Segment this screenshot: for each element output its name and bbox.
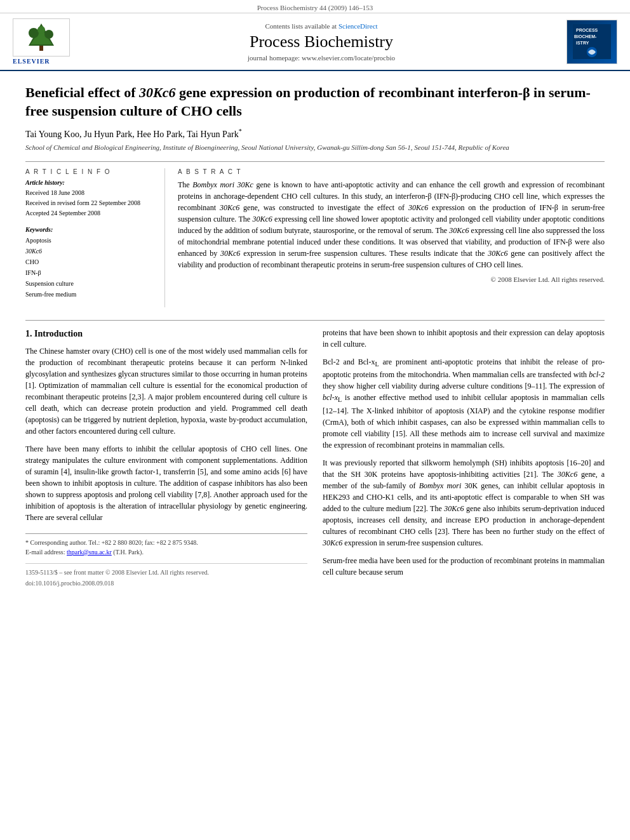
journal-logo-right: PROCESS BIOCHEM- ISTRY xyxy=(554,20,617,64)
elsevier-logo-area: ELSEVIER xyxy=(13,18,89,65)
email-link[interactable]: thpark@snu.ac.kr xyxy=(67,549,112,556)
body-para-r4: Serum-free media have been used for the … xyxy=(323,555,605,578)
journal-header-center: Contents lists available at ScienceDirec… xyxy=(89,22,554,62)
svg-text:BIOCHEM-: BIOCHEM- xyxy=(574,34,597,39)
process-biochem-logo: PROCESS BIOCHEM- ISTRY xyxy=(566,20,617,64)
elsevier-logo-box xyxy=(13,18,70,57)
article-meta-row: A R T I C L E I N F O Article history: R… xyxy=(25,168,605,307)
article-title: Beneficial effect of 30Kc6 gene expressi… xyxy=(25,84,605,120)
body-para-r2: Bcl-2 and Bcl-xL are prominent anti-apop… xyxy=(323,356,605,451)
author-star: * xyxy=(239,128,242,135)
body-para-1: The Chinese hamster ovary (CHO) cell is … xyxy=(25,345,307,437)
elsevier-tree-icon xyxy=(22,20,60,52)
keywords-list: Apoptosis 30Kc6 CHO IFN-β Suspension cul… xyxy=(25,235,154,300)
svg-point-5 xyxy=(37,26,45,34)
article-history-block: Article history: Received 18 June 2008 R… xyxy=(25,179,154,218)
article-content: Beneficial effect of 30Kc6 gene expressi… xyxy=(0,71,630,601)
pb-logo-icon: PROCESS BIOCHEM- ISTRY xyxy=(573,24,611,59)
doi-text: doi:10.1016/j.procbio.2008.09.018 xyxy=(25,578,307,588)
divider-1 xyxy=(25,161,605,162)
abstract-text: The Bombyx mori 30Kc gene is known to ha… xyxy=(178,179,605,270)
svg-text:PROCESS: PROCESS xyxy=(576,28,598,32)
keywords-title: Keywords: xyxy=(25,226,154,233)
footnote-corresponding: * Corresponding author. Tel.: +82 2 880 … xyxy=(25,538,307,547)
body-right-col: proteins that have been shown to inhibit… xyxy=(323,327,605,588)
abstract-label: A B S T R A C T xyxy=(178,168,605,175)
footnote-email: E-mail address: thpark@snu.ac.kr (T.H. P… xyxy=(25,547,307,557)
keywords-block: Keywords: Apoptosis 30Kc6 CHO IFN-β Susp… xyxy=(25,226,154,300)
journal-header: ELSEVIER Contents lists available at Sci… xyxy=(0,13,630,71)
footnote-area: * Corresponding author. Tel.: +82 2 880 … xyxy=(25,533,307,557)
journal-meta-text: Process Biochemistry 44 (2009) 146–153 xyxy=(257,4,373,11)
article-info-col: A R T I C L E I N F O Article history: R… xyxy=(25,168,165,307)
sciencedirect-anchor[interactable]: ScienceDirect xyxy=(338,22,378,30)
svg-point-3 xyxy=(29,28,39,38)
body-left-col: 1. Introduction The Chinese hamster ovar… xyxy=(25,327,307,588)
body-para-r3: It was previously reported that silkworm… xyxy=(323,457,605,549)
svg-point-4 xyxy=(44,30,53,39)
elsevier-wordmark: ELSEVIER xyxy=(13,58,89,65)
svg-text:ISTRY: ISTRY xyxy=(576,41,589,45)
intro-heading: 1. Introduction xyxy=(25,327,307,340)
footer-bar: 1359-5113/$ – see front matter © 2008 El… xyxy=(25,563,307,577)
body-para-r1: proteins that have been shown to inhibit… xyxy=(323,327,605,350)
body-columns: 1. Introduction The Chinese hamster ovar… xyxy=(25,327,605,588)
article-history-title: Article history: xyxy=(25,179,154,186)
journal-meta-bar: Process Biochemistry 44 (2009) 146–153 xyxy=(0,0,630,13)
divider-2 xyxy=(25,320,605,321)
affiliation: School of Chemical and Biological Engine… xyxy=(25,143,605,151)
journal-title: Process Biochemistry xyxy=(89,32,554,51)
gene-name-italic: 30Kc6 xyxy=(139,84,175,100)
received-date: Received 18 June 2008 Received in revise… xyxy=(25,188,154,218)
article-info-label: A R T I C L E I N F O xyxy=(25,168,154,175)
body-para-2: There have been many efforts to inhibit … xyxy=(25,443,307,523)
authors-line: Tai Young Koo, Ju Hyun Park, Hee Ho Park… xyxy=(25,128,605,140)
sciencedirect-link: Contents lists available at ScienceDirec… xyxy=(89,22,554,30)
copyright-line: © 2008 Elsevier Ltd. All rights reserved… xyxy=(178,276,605,283)
issn-text: 1359-5113/$ – see front matter © 2008 El… xyxy=(25,568,209,577)
journal-homepage: journal homepage: www.elsevier.com/locat… xyxy=(89,54,554,62)
abstract-col: A B S T R A C T The Bombyx mori 30Kc gen… xyxy=(178,168,605,307)
